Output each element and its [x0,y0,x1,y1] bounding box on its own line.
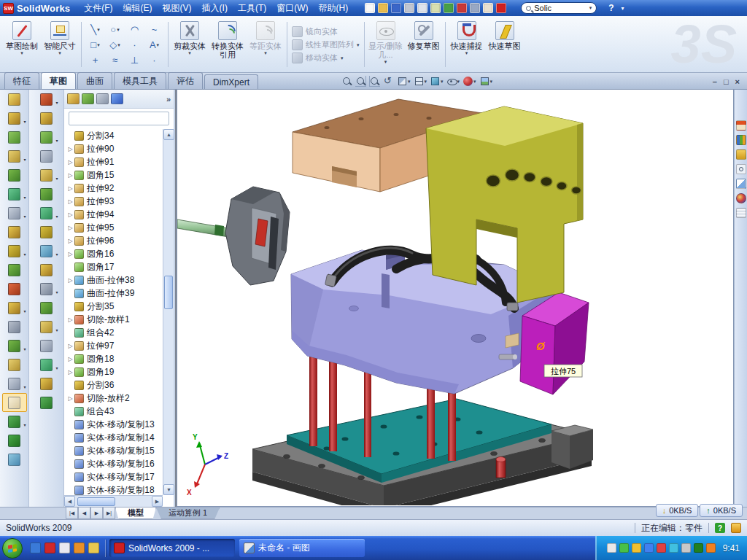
search-icon[interactable] [736,164,746,174]
trim-entities-button[interactable]: 剪裁实体 ▾ [171,18,209,71]
scroll-down-icon[interactable]: ▼ [163,484,174,495]
left-toolbar-button[interactable]: ▾ [2,109,27,128]
featuremanager-tab-icon[interactable] [67,93,80,104]
feature-tree-item[interactable]: ▷拉伸96 [64,234,163,247]
close-icon[interactable]: × [735,77,740,86]
feature-tree-item[interactable]: 实体-移动/复制15 [64,444,163,457]
feature-tree-item[interactable]: ▷拉伸90 [64,142,163,155]
feature-tree-item[interactable]: 实体-移动/复制18 [64,483,163,495]
sheet-tab[interactable]: 模型 [115,508,156,519]
sketch-entity-button[interactable]: ∙ [125,37,144,52]
tree-horizontal-scrollbar[interactable]: ◀ ▶ [64,495,163,507]
sketch-entity-button[interactable]: ○▾ [105,22,125,37]
media-player-icon[interactable] [74,542,85,553]
tree-filter-input[interactable] [69,112,169,125]
display-style-icon[interactable]: ▾ [430,75,444,87]
sketch-entity-button[interactable]: + [85,52,105,68]
graphics-viewport[interactable]: Y Z X [177,90,734,507]
zoom-area-icon[interactable] [355,75,366,87]
repair-sketch-button[interactable]: 修复草图 [405,18,443,71]
sheet-nav-button[interactable]: ▶ [90,508,103,519]
file-explorer-icon[interactable] [736,149,746,160]
expand-arrow-icon[interactable]: ▷ [66,225,74,231]
feature-tree-item[interactable]: ▷切除-放样1 [64,313,163,326]
copy-icon[interactable] [430,3,441,13]
tray-icon[interactable] [657,543,666,553]
left-toolbar-button[interactable]: ▾ [34,166,59,184]
smart-dimension-button[interactable]: 智能尺寸 ▾ [41,18,79,71]
sketch-entity-button[interactable]: ╲▾ [85,22,105,37]
previous-view-icon[interactable] [383,75,394,87]
feature-tree-item[interactable]: ▷拉伸93 [64,195,163,208]
rebuild-icon[interactable] [457,3,467,13]
show-desktop-icon[interactable] [59,542,70,553]
offset-entities-button[interactable]: 等距实体 ▾ [247,18,285,71]
tray-icon[interactable] [632,543,641,553]
zoom-in-out-icon[interactable] [369,75,380,87]
left-toolbar-button[interactable]: ▾ [34,90,59,109]
left-toolbar-button[interactable] [2,355,27,374]
sketch-button[interactable]: 草图绘制 ▾ [3,18,41,71]
expand-arrow-icon[interactable]: ▷ [66,172,74,179]
dimxpertmanager-tab-icon[interactable] [111,93,123,104]
chevron-down-icon[interactable]: ▾ [55,176,58,181]
left-toolbar-button[interactable]: ▾ [34,355,59,374]
tray-icon[interactable] [644,543,654,553]
open-folder-icon[interactable] [378,3,388,13]
left-toolbar-button[interactable] [2,393,27,412]
chevron-down-icon[interactable]: ▾ [55,100,58,105]
help-button[interactable]: ? [605,3,616,13]
menu-item[interactable]: 窗口(W) [271,1,313,16]
tray-icon[interactable] [681,543,691,553]
edit-appearance-icon[interactable]: ▾ [462,75,476,87]
left-toolbar-button[interactable]: ▾ [34,317,59,336]
configurationmanager-tab-icon[interactable] [96,93,109,104]
chevron-down-icon[interactable]: ▾ [55,214,58,219]
zoom-fit-icon[interactable] [341,75,352,87]
left-toolbar-button[interactable] [34,260,59,279]
search-box[interactable]: Solic ▾ [521,2,597,14]
internet-explorer-icon[interactable] [30,542,41,553]
feature-tree-item[interactable]: 实体-移动/复制14 [64,431,163,444]
chevron-down-icon[interactable]: ▾ [117,42,120,47]
print-icon[interactable] [404,3,414,13]
feature-tree-item[interactable]: ▷圆角19 [64,365,163,378]
feature-tree-item[interactable]: 圆角17 [64,260,163,273]
design-library-icon[interactable] [736,135,746,145]
left-toolbar-button[interactable] [34,222,59,241]
left-toolbar-button[interactable]: ▾ [2,374,27,393]
sketch-entity-button[interactable]: A▾ [144,37,164,52]
left-toolbar-button[interactable] [2,166,27,184]
minimize-icon[interactable]: – [713,77,717,86]
record-icon[interactable] [496,3,506,13]
hide-show-icon[interactable]: ▾ [446,75,460,87]
sketch-entity-button[interactable]: ◇▾ [105,37,125,52]
left-toolbar-button[interactable]: ▾ [2,336,27,355]
feature-tree-item[interactable]: ▷曲面-拉伸38 [64,273,163,287]
sketch-entity-button[interactable]: ~ [144,22,164,37]
feature-tree-item[interactable]: ▷圆角15 [64,168,163,182]
scroll-left-icon[interactable]: ◀ [64,496,75,507]
expand-arrow-icon[interactable]: ▷ [66,159,74,166]
scrollbar-thumb[interactable] [164,276,173,309]
feature-tree-item[interactable]: 实体-移动/复制17 [64,470,163,483]
apply-scene-icon[interactable]: ▾ [479,75,493,87]
expand-arrow-icon[interactable]: ▷ [66,369,74,376]
left-toolbar-button[interactable]: ▾ [34,203,59,222]
ribbon-tab[interactable]: 草图 [41,72,76,89]
menu-item[interactable]: 文件(F) [79,1,117,16]
expand-arrow-icon[interactable]: ▷ [66,185,74,192]
tray-icon[interactable] [619,543,629,553]
start-button[interactable] [2,538,23,559]
chevron-down-icon[interactable]: ▾ [55,138,58,143]
panel-overflow-chevron[interactable]: » [166,95,171,104]
chevron-down-icon[interactable]: ▾ [23,346,26,351]
expand-arrow-icon[interactable]: ▷ [66,251,74,257]
options-gear-icon[interactable] [470,3,480,13]
menu-item[interactable]: 插入(I) [197,1,233,16]
ribbon-tab[interactable]: DimXpert [204,74,258,89]
chevron-down-icon[interactable]: ▾ [441,79,444,84]
chevron-down-icon[interactable]: ▾ [23,195,26,200]
feature-tree-item[interactable]: ▷拉伸95 [64,221,163,234]
view-palette-icon[interactable] [736,179,746,189]
